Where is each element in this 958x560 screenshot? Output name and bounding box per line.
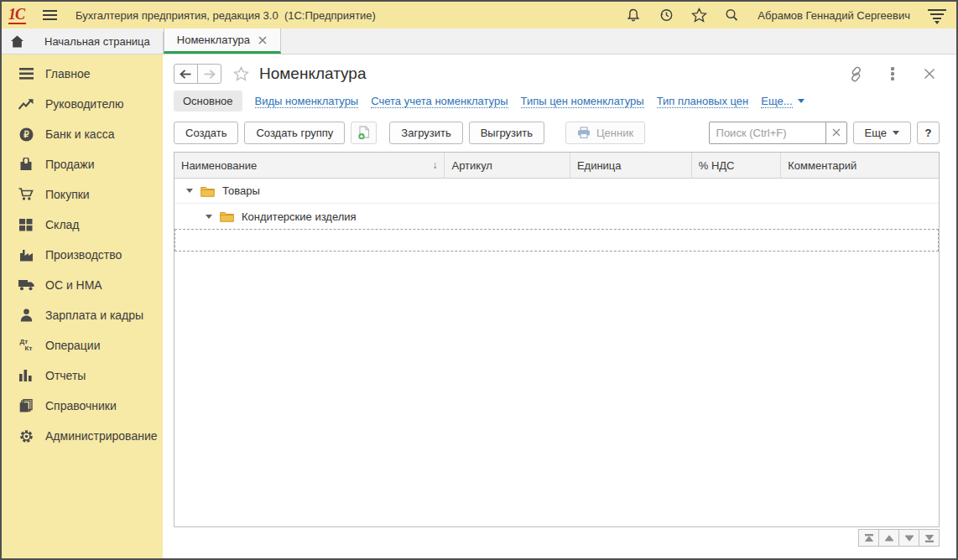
column-header-article[interactable]: Артикул <box>445 153 570 178</box>
folder-icon <box>200 185 215 197</box>
sidebar-item-operations[interactable]: ДтКт Операции <box>2 330 163 360</box>
sidebar-item-purchases[interactable]: Покупки <box>2 179 163 210</box>
link-nomenclature-kinds[interactable]: Виды номенклатуры <box>255 95 359 108</box>
shopping-bag-icon <box>15 158 37 171</box>
history-icon[interactable] <box>658 7 674 23</box>
forward-button[interactable] <box>197 64 221 84</box>
page-title: Номенклатура <box>259 65 367 83</box>
more-links-label: Еще... <box>761 95 792 108</box>
tab-close-icon[interactable] <box>258 35 268 45</box>
printer-icon <box>577 127 591 138</box>
search-input[interactable] <box>710 122 825 143</box>
price-tag-button[interactable]: Ценник <box>565 122 645 144</box>
service-menu-icon[interactable] <box>928 8 946 22</box>
link-accounting-accounts[interactable]: Счета учета номенклатуры <box>371 95 508 108</box>
link-planned-price-type[interactable]: Тип плановых цен <box>657 95 749 108</box>
unload-button-label: Выгрузить <box>481 127 533 139</box>
copy-item-button[interactable] <box>351 122 377 144</box>
main-menu-icon[interactable] <box>43 10 57 21</box>
table-row-group-konditerskie[interactable]: Кондитерские изделия <box>174 204 939 229</box>
sidebar-item-label: Справочники <box>45 399 117 412</box>
table-navigation-buttons <box>859 529 940 547</box>
sidebar: Главное Руководителю ₽ Банк и касса Прод… <box>2 54 163 558</box>
column-header-vat[interactable]: % НДС <box>692 153 782 178</box>
help-button[interactable]: ? <box>917 122 940 144</box>
column-header-unit[interactable]: Единица <box>570 153 692 178</box>
load-button-label: Загрузить <box>401 127 450 139</box>
home-tab[interactable] <box>2 29 32 54</box>
sidebar-item-label: Зарплата и кадры <box>45 309 143 322</box>
content-area: Номенклатура Основное Виды номенклатуры … <box>163 54 956 558</box>
sidebar-item-reports[interactable]: Отчеты <box>2 360 163 391</box>
unload-button[interactable]: Выгрузить <box>469 122 544 144</box>
sidebar-item-main[interactable]: Главное <box>2 59 163 89</box>
load-button[interactable]: Загрузить <box>389 122 462 144</box>
go-down-button[interactable] <box>898 529 919 547</box>
folder-icon <box>220 210 234 222</box>
sidebar-item-label: ОС и НМА <box>45 278 102 292</box>
column-label: Комментарий <box>788 159 856 172</box>
tab-home-page[interactable]: Начальная страница <box>32 29 163 54</box>
notifications-bell-icon[interactable] <box>625 7 642 23</box>
go-up-button[interactable] <box>878 529 899 547</box>
tab-main-link[interactable]: Основное <box>174 91 242 111</box>
sidebar-item-references[interactable]: Справочники <box>2 391 163 421</box>
expander-icon[interactable] <box>206 215 212 219</box>
sidebar-item-sales[interactable]: Продажи <box>2 149 163 179</box>
search-box <box>709 122 847 144</box>
tab-nomenclature[interactable]: Номенклатура <box>164 29 281 54</box>
expander-icon[interactable] <box>186 189 193 193</box>
boxes-grid-icon <box>15 219 37 231</box>
search-icon[interactable] <box>723 7 740 23</box>
sidebar-item-administration[interactable]: Администрирование <box>2 421 163 451</box>
go-to-top-button[interactable] <box>858 529 879 547</box>
focused-empty-row[interactable] <box>174 229 939 251</box>
sidebar-item-label: Операции <box>45 339 101 352</box>
person-icon <box>15 309 37 322</box>
sidebar-item-label: Отчеты <box>45 369 86 382</box>
column-label: Артикул <box>451 159 492 172</box>
app-title: Бухгалтерия предприятия, редакция 3.0 (1… <box>75 9 376 22</box>
chevron-down-icon <box>798 99 804 103</box>
sidebar-item-salary-hr[interactable]: Зарплата и кадры <box>2 300 163 330</box>
content-nav-row: Номенклатура <box>174 60 940 87</box>
chevron-down-icon <box>893 131 899 135</box>
sort-descending-icon: ↓ <box>432 159 437 171</box>
sidebar-item-production[interactable]: Производство <box>2 240 163 270</box>
main-row: Главное Руководителю ₽ Банк и касса Прод… <box>2 54 956 558</box>
column-header-comment[interactable]: Комментарий <box>781 153 939 178</box>
sidebar-item-bank-cash[interactable]: ₽ Банк и касса <box>2 119 163 149</box>
more-links-button[interactable]: Еще... <box>761 95 804 108</box>
create-button-label: Создать <box>185 127 226 139</box>
table-row-group-tovary[interactable]: Товары <box>174 179 939 204</box>
sidebar-item-label: Продажи <box>45 158 94 171</box>
sidebar-item-warehouse[interactable]: Склад <box>2 210 163 240</box>
home-icon <box>10 35 24 48</box>
column-header-name[interactable]: Наименование ↓ <box>174 153 445 178</box>
create-group-button[interactable]: Создать группу <box>244 122 345 144</box>
add-to-favorites-star-icon[interactable] <box>233 66 249 81</box>
back-button[interactable] <box>174 64 198 84</box>
column-label: Единица <box>577 159 622 172</box>
tab-label: Начальная страница <box>44 35 150 48</box>
close-form-icon[interactable] <box>921 65 938 82</box>
link-price-types[interactable]: Типы цен номенклатуры <box>521 95 644 108</box>
gear-icon <box>15 429 37 443</box>
app-header: 1С Бухгалтерия предприятия, редакция 3.0… <box>2 2 956 29</box>
favorites-star-icon[interactable] <box>690 7 707 23</box>
sidebar-item-manager[interactable]: Руководителю <box>2 89 163 119</box>
create-group-button-label: Создать группу <box>256 127 333 139</box>
more-actions-button[interactable]: Еще <box>853 122 911 144</box>
trend-up-icon <box>15 98 37 110</box>
search-clear-icon[interactable] <box>825 122 846 143</box>
sidebar-item-label: Склад <box>45 218 80 231</box>
create-button[interactable]: Создать <box>174 122 238 144</box>
kebab-menu-icon[interactable] <box>884 65 901 82</box>
user-name[interactable]: Абрамов Геннадий Сергеевич <box>758 9 910 22</box>
tab-bar: Начальная страница Номенклатура <box>2 29 956 54</box>
sidebar-item-fixed-assets[interactable]: ОС и НМА <box>2 270 163 300</box>
menu-lines-icon <box>15 68 37 80</box>
1c-logo: 1С <box>8 7 26 24</box>
copy-link-icon[interactable] <box>847 65 864 82</box>
go-to-bottom-button[interactable] <box>919 529 940 547</box>
